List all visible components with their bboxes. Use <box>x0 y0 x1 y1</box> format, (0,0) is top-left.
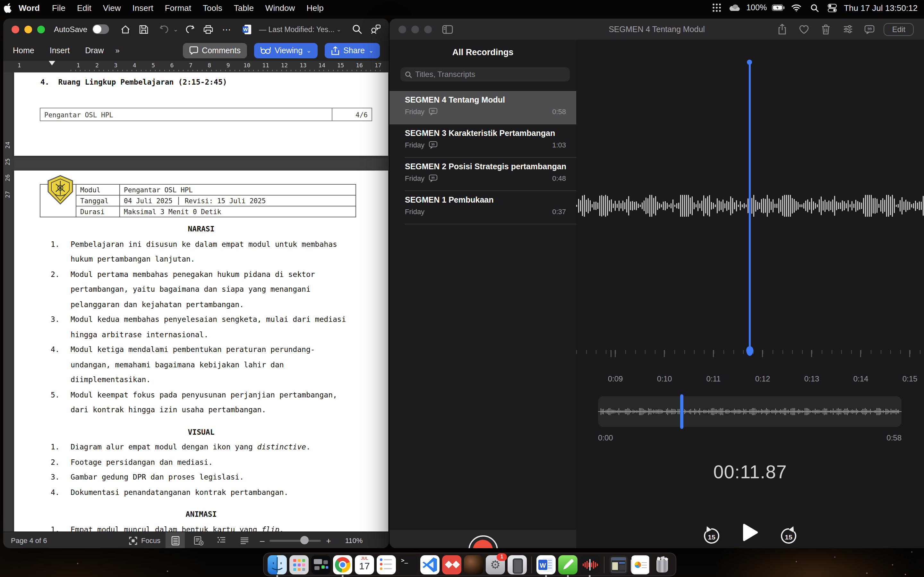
dock-icon-mission-control[interactable] <box>311 555 330 574</box>
dock-icon-vscode[interactable] <box>420 555 439 574</box>
menu-item-table[interactable]: Table <box>228 3 260 13</box>
dock-icon-iphone-mirroring[interactable] <box>507 555 527 574</box>
more-ellipsis-icon[interactable]: ⋯ <box>220 22 234 36</box>
zoom-button[interactable] <box>37 25 45 33</box>
wifi-icon[interactable] <box>790 2 803 13</box>
tab-home[interactable]: Home <box>13 46 34 55</box>
dock-icon-terminal[interactable]: >_ <box>399 555 418 574</box>
share-icon[interactable] <box>775 21 790 37</box>
undo-chevron-icon[interactable]: ⌄ <box>173 26 178 32</box>
zoom-in-button[interactable]: + <box>326 536 331 545</box>
document-page-4[interactable]: ModulPengantar OSL HPL Tanggal04 Juli 20… <box>14 171 388 532</box>
tab-draw[interactable]: Draw <box>85 46 103 55</box>
record-button[interactable] <box>468 535 498 548</box>
spotlight-search-icon[interactable] <box>808 2 821 13</box>
menu-item-file[interactable]: File <box>46 3 71 13</box>
timeline-label: 0:14 <box>853 374 869 384</box>
playback-settings-icon[interactable] <box>840 21 856 37</box>
zoom-slider[interactable] <box>270 540 321 542</box>
search-icon[interactable] <box>350 22 364 36</box>
focus-toggle[interactable]: Focus <box>129 536 160 545</box>
sidebar-toggle-icon[interactable] <box>439 21 455 37</box>
grid-dots-icon[interactable] <box>710 2 723 13</box>
menu-item-window[interactable]: Window <box>260 3 301 13</box>
undo-icon[interactable] <box>157 22 171 36</box>
menu-item-insert[interactable]: Insert <box>127 3 159 13</box>
recording-item[interactable]: SEGMEN 3 Karakteristik PertambanganFrida… <box>389 124 576 158</box>
favorite-heart-icon[interactable] <box>796 21 812 37</box>
skip-forward-15-button[interactable]: 15 <box>779 526 798 546</box>
dock-icon-trash[interactable] <box>653 555 672 574</box>
share-feedback-icon[interactable] <box>368 22 383 36</box>
zoom-percent[interactable]: 110% <box>345 537 363 544</box>
more-tabs-icon[interactable]: » <box>115 46 118 55</box>
web-layout-view-button[interactable] <box>189 532 208 548</box>
tab-insert[interactable]: Insert <box>50 46 70 55</box>
document-area[interactable]: 24252627 4. Ruang Lingkup Pembelajaran (… <box>3 73 389 532</box>
print-layout-view-button[interactable] <box>166 532 185 548</box>
minimize-button[interactable] <box>411 25 419 33</box>
dock-icon-window-thumbnail[interactable] <box>609 555 628 574</box>
outline-view-button[interactable] <box>212 532 231 548</box>
recording-item[interactable]: SEGMEN 2 Posisi Strategis pertambanganFr… <box>389 158 576 191</box>
onedrive-cloud-icon[interactable] <box>728 2 741 13</box>
autosave-toggle[interactable] <box>92 24 109 34</box>
page-indicator[interactable]: Page 4 of 6 <box>11 537 47 544</box>
zoom-slider-thumb[interactable] <box>300 536 309 544</box>
playhead[interactable] <box>749 62 750 351</box>
zoom-out-button[interactable]: – <box>260 536 264 545</box>
dock-icon-chrome[interactable] <box>333 555 352 574</box>
dock-icon-green-notes-app[interactable] <box>558 555 577 574</box>
share-button[interactable]: Share ⌄ <box>325 43 380 58</box>
search-field[interactable]: Titles, Transcripts <box>401 67 570 81</box>
dock-icon-red-chevrons-app[interactable]: ❖❖ <box>442 555 461 574</box>
menu-item-tools[interactable]: Tools <box>197 3 228 13</box>
recording-item[interactable]: SEGMEN 4 Tentang ModulFriday990:58 <box>389 91 576 124</box>
close-button[interactable] <box>399 25 406 33</box>
menu-item-edit[interactable]: Edit <box>71 3 97 13</box>
dock-icon-planet-app[interactable] <box>464 555 483 574</box>
draft-view-button[interactable] <box>235 532 254 548</box>
zoom-button[interactable] <box>424 25 432 33</box>
menu-app-name[interactable]: Word <box>12 3 46 13</box>
viewing-button[interactable]: Viewing ⌄ <box>254 43 318 58</box>
overview-playhead[interactable] <box>680 394 683 429</box>
menu-item-view[interactable]: View <box>97 3 127 13</box>
horizontal-ruler[interactable]: 1 1234567891011121314151617 <box>3 61 389 73</box>
last-modified-label[interactable]: — Last Modified: Yes... <box>259 25 334 33</box>
transcript-icon[interactable]: 99 <box>862 21 877 37</box>
overview-scrubber[interactable] <box>598 396 901 427</box>
comments-button[interactable]: Comments <box>183 43 247 58</box>
timeline-label: 0:15 <box>903 374 918 384</box>
control-center-icon[interactable] <box>826 2 838 13</box>
word-window: AutoSave ⌄ ⋯ W — Last Modified: Yes... <box>3 19 389 548</box>
margin-marker[interactable] <box>49 61 55 65</box>
play-button[interactable] <box>742 523 758 542</box>
close-button[interactable] <box>11 25 19 33</box>
menu-clock[interactable]: Thu 17 Jul 13:50:12 <box>844 3 918 13</box>
dock-icon-word[interactable]: W <box>536 555 556 574</box>
dock-icon-reminders[interactable] <box>376 555 396 574</box>
dock-icon-documents-stack[interactable] <box>631 555 650 574</box>
print-icon[interactable] <box>201 22 215 36</box>
recording-item[interactable]: SEGMEN 1 PembukaanFriday0:37 <box>389 191 576 224</box>
skip-back-15-button[interactable]: 15 <box>702 526 721 546</box>
delete-trash-icon[interactable] <box>819 21 834 37</box>
edit-button[interactable]: Edit <box>884 23 914 35</box>
dock-icon-launchpad[interactable] <box>289 555 309 574</box>
home-icon[interactable] <box>118 22 132 36</box>
vertical-ruler[interactable]: 24252627 <box>3 73 14 532</box>
last-modified-chevron-icon[interactable]: ⌄ <box>336 26 341 32</box>
menu-item-format[interactable]: Format <box>159 3 197 13</box>
dock-icon-calendar[interactable]: JUL17 <box>355 555 374 574</box>
dock-icon-finder[interactable] <box>268 555 287 574</box>
redo-icon[interactable] <box>183 22 197 36</box>
playhead-top-dot[interactable] <box>747 60 752 65</box>
apple-menu-icon[interactable] <box>4 3 12 13</box>
document-page-3-bottom[interactable]: 4. Ruang Lingkup Pembelajaran (2:15-2:45… <box>14 73 388 156</box>
minimize-button[interactable] <box>24 25 32 33</box>
save-icon[interactable] <box>137 22 151 36</box>
menu-item-help[interactable]: Help <box>300 3 330 13</box>
dock-icon-voice-memos[interactable] <box>580 555 599 574</box>
dock-icon-system-settings[interactable]: ⚙1 <box>486 555 505 574</box>
